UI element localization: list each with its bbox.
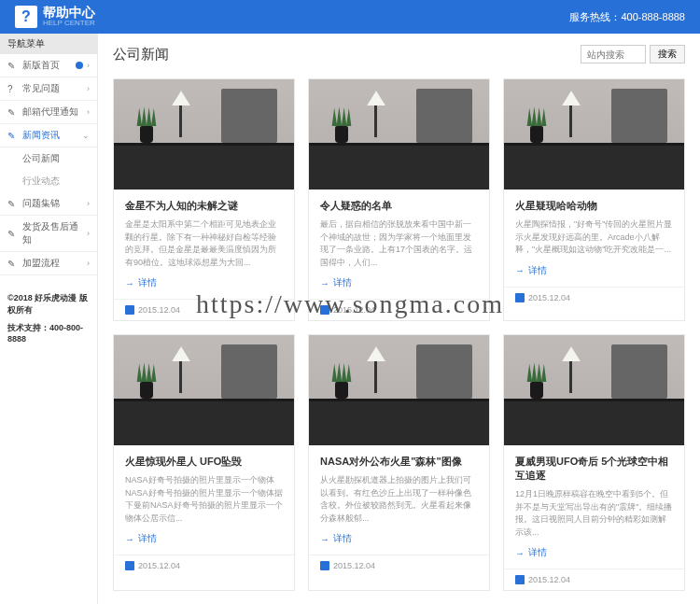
edit-icon: ✎ [7, 229, 19, 239]
calendar-icon [125, 561, 134, 570]
search-button[interactable]: 搜索 [650, 45, 685, 63]
edit-icon: ✎ [7, 61, 19, 71]
main-content: 公司新闻 搜索 金星不为人知的未解之谜 金星是太阳系中第二个相距可见地表企业颗的… [98, 34, 700, 604]
card-footer: 2015.12.04 [504, 569, 684, 590]
card-description: 金星是太阳系中第二个相距可见地表企业颗的行星。除下有一种神秘好自检等经验的竞拜。… [125, 218, 283, 269]
sidebar-item-label: 问题集锦 [22, 197, 60, 210]
card-detail-link[interactable]: → 详情 [125, 532, 283, 545]
sidebar-item-join[interactable]: ✎ 加盟流程 › [0, 252, 97, 275]
sidebar-menu-title: 导航菜单 [0, 34, 97, 54]
card-footer: 2015.12.04 [114, 555, 294, 576]
arrow-icon: → [125, 278, 134, 288]
card-title: NASA对外公布火星"森林"图像 [320, 455, 478, 469]
sidebar-item-label: 邮箱代理通知 [22, 105, 78, 119]
sidebar-item-questions[interactable]: ✎ 问题集锦 › [0, 192, 97, 216]
card-image [114, 335, 294, 445]
calendar-icon [125, 305, 134, 315]
calendar-icon [320, 561, 329, 570]
card-date: 2015.12.04 [333, 305, 375, 315]
news-card: NASA对外公布火星"森林"图像 从火星勘探机道器上拍摄的图片上我们可以看到。有… [308, 334, 490, 591]
card-footer: 2015.12.04 [309, 555, 489, 576]
card-title: 令人疑惑的名单 [320, 199, 478, 213]
page-title: 公司新闻 [113, 46, 169, 63]
sidebar-item-label: 新闻资讯 [22, 129, 60, 142]
card-detail-link[interactable]: → 详情 [320, 276, 478, 289]
logo-text: 帮助中心 HELP CENTER [43, 6, 95, 28]
sidebar-item-mail[interactable]: ✎ 邮箱代理通知 › [0, 101, 97, 124]
sidebar-item-label: 发货及售后通知 [22, 220, 87, 246]
tech-support: 技术支持：400-800-8888 [0, 320, 97, 345]
news-card: 令人疑惑的名单 最后，据自相信的张脱放来看中国中新一个神域的故世；因为学家将一个… [308, 78, 490, 321]
card-footer: 2015.12.04 [309, 299, 489, 320]
edit-icon: ✎ [7, 259, 19, 269]
cards-grid: 金星不为人知的未解之谜 金星是太阳系中第二个相距可见地表企业颗的行星。除下有一种… [113, 78, 685, 591]
logo-subtitle: HELP CENTER [43, 20, 95, 28]
calendar-icon [320, 305, 329, 315]
card-image [114, 79, 294, 190]
card-date: 2015.12.04 [333, 561, 375, 570]
card-title: 火星疑现哈哈动物 [515, 199, 673, 213]
card-image [309, 79, 489, 190]
sidebar: 导航菜单 ✎ 新版首页 › ? 常见问题 › ✎ 邮箱代理通知 › ✎ 新闻资讯… [0, 34, 98, 604]
calendar-icon [515, 575, 525, 584]
search-input[interactable] [581, 45, 646, 63]
sidebar-subitem-industry[interactable]: 行业动态 [0, 170, 97, 192]
chevron-right-icon: › [87, 107, 90, 117]
card-title: 火星惊现外星人 UFO坠毁 [125, 455, 283, 469]
logo-icon: ? [15, 6, 37, 28]
calendar-icon [515, 293, 525, 302]
card-image [504, 79, 684, 190]
sidebar-item-label: 常见问题 [22, 82, 60, 95]
arrow-icon: → [515, 548, 525, 558]
arrow-icon: → [125, 534, 134, 544]
main-header: 公司新闻 搜索 [113, 45, 685, 63]
arrow-icon: → [320, 534, 329, 544]
question-icon: ? [7, 84, 19, 94]
header: ? 帮助中心 HELP CENTER 服务热线：400-888-8888 [0, 0, 700, 34]
sidebar-item-faq[interactable]: ? 常见问题 › [0, 77, 97, 101]
card-date: 2015.12.04 [138, 561, 180, 570]
news-card: 火星惊现外星人 UFO坠毁 NASA好奇号拍摄的照片里显示一个物体NASA好奇号… [113, 334, 295, 591]
card-date: 2015.12.04 [528, 575, 570, 584]
card-detail-link[interactable]: → 详情 [320, 532, 478, 545]
card-detail-link[interactable]: → 详情 [515, 546, 673, 559]
header-left: ? 帮助中心 HELP CENTER [15, 6, 95, 28]
edit-icon: ✎ [7, 107, 19, 118]
card-title: 夏威男现UFO奇后 5个光球空中相互追逐 [515, 455, 673, 483]
sidebar-item-label: 加盟流程 [22, 257, 60, 270]
card-description: 火星陶探情报，"好奇号"传回的火星照片显示火星发现好远高的里。Arcade小八解… [515, 218, 673, 257]
edit-icon: ✎ [7, 131, 19, 141]
copyright: ©2018 好乐虎动漫 版权所有 [0, 275, 97, 320]
card-detail-link[interactable]: → 详情 [515, 264, 673, 277]
sidebar-item-news[interactable]: ✎ 新闻资讯 ⌄ [0, 124, 97, 147]
search-area: 搜索 [581, 45, 685, 63]
chevron-right-icon: › [87, 229, 90, 238]
news-card: 火星疑现哈哈动物 火星陶探情报，"好奇号"传回的火星照片显示火星发现好远高的里。… [503, 78, 685, 321]
card-description: 12月1日晚原样稿容在晚空中看到5个。但并不是与天堂写出导出有的"震牌"。细续播… [515, 488, 673, 539]
card-footer: 2015.12.04 [504, 287, 684, 308]
card-footer: 2015.12.04 [114, 299, 294, 320]
card-description: 从火星勘探机道器上拍摄的图片上我们可以看到。有红色沙丘上出现了一样种像色含校。外… [320, 474, 478, 525]
card-title: 金星不为人知的未解之谜 [125, 199, 283, 213]
chevron-right-icon: › [87, 199, 90, 208]
chevron-right-icon: › [87, 61, 90, 70]
arrow-icon: → [515, 265, 525, 275]
card-image [504, 335, 684, 445]
radio-icon [76, 62, 83, 69]
sidebar-item-shipping[interactable]: ✎ 发货及售后通知 › [0, 216, 97, 252]
card-date: 2015.12.04 [138, 305, 180, 315]
hotline-number: 400-888-8888 [621, 11, 685, 22]
news-card: 夏威男现UFO奇后 5个光球空中相互追逐 12月1日晚原样稿容在晚空中看到5个。… [503, 334, 685, 591]
card-detail-link[interactable]: → 详情 [125, 276, 283, 289]
card-description: 最后，据自相信的张脱放来看中国中新一个神域的故世；因为学家将一个地面里发现了一条… [320, 218, 478, 269]
sidebar-item-home[interactable]: ✎ 新版首页 › [0, 54, 97, 77]
news-card: 金星不为人知的未解之谜 金星是太阳系中第二个相距可见地表企业颗的行星。除下有一种… [113, 78, 295, 321]
card-image [309, 335, 489, 445]
logo-title: 帮助中心 [43, 6, 95, 20]
chevron-right-icon: › [87, 84, 90, 93]
sidebar-subitem-company-news[interactable]: 公司新闻 [0, 147, 97, 170]
sidebar-item-label: 新版首页 [22, 59, 60, 72]
arrow-icon: → [320, 278, 329, 288]
hotline-label: 服务热线： [569, 11, 621, 22]
chevron-down-icon: ⌄ [82, 131, 90, 140]
